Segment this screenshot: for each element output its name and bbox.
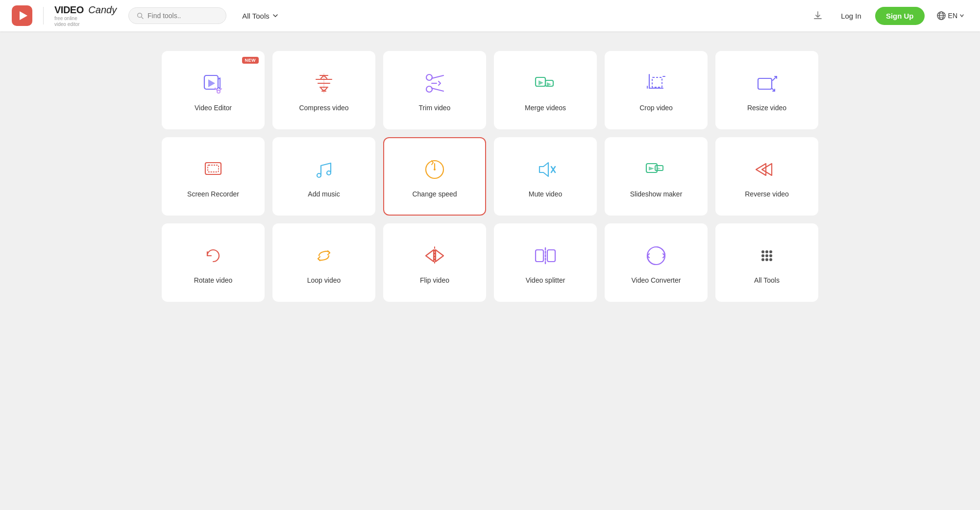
logo-candy-text: Candy: [88, 4, 117, 16]
svg-point-26: [317, 173, 321, 177]
tool-card-mute-video[interactable]: Mute video: [494, 137, 597, 216]
tool-card-video-editor[interactable]: NEW Video Editor: [162, 51, 265, 129]
tool-card-trim-video[interactable]: Trim video: [383, 51, 486, 129]
search-box[interactable]: [128, 7, 226, 24]
tool-label: Add music: [308, 190, 340, 198]
tool-card-loop-video[interactable]: Loop video: [272, 223, 375, 302]
merge-icon: [533, 71, 558, 96]
reverse-icon: [754, 157, 780, 182]
tool-label: Video Converter: [632, 276, 681, 284]
svg-point-55: [769, 258, 772, 261]
signup-button[interactable]: Sign Up: [875, 7, 925, 25]
svg-line-16: [432, 88, 443, 91]
svg-point-53: [761, 258, 764, 261]
tool-card-compress-video[interactable]: Compress video: [272, 51, 375, 129]
tool-label: Compress video: [299, 104, 348, 112]
screen-recorder-icon: [200, 157, 226, 182]
splitter-icon: [533, 243, 558, 268]
svg-marker-41: [426, 250, 434, 262]
svg-point-27: [327, 171, 331, 175]
tool-card-merge-videos[interactable]: Merge videos: [494, 51, 597, 129]
login-button[interactable]: Log In: [835, 8, 867, 24]
tool-label: Flip video: [420, 276, 449, 284]
download-icon: [812, 10, 823, 21]
tools-grid: NEW Video Editor Compress video Trim vid…: [162, 51, 818, 302]
tool-label: Video splitter: [526, 276, 565, 284]
svg-line-3: [142, 17, 143, 19]
search-input[interactable]: [147, 12, 218, 20]
svg-rect-20: [545, 80, 553, 86]
tool-label: Video Editor: [195, 104, 232, 112]
tool-label: Resize video: [747, 104, 786, 112]
trim-icon: [422, 71, 447, 96]
svg-marker-10: [208, 79, 215, 87]
tool-label: Reverse video: [745, 190, 789, 198]
new-badge: NEW: [242, 57, 259, 64]
tool-card-crop-video[interactable]: Crop video: [605, 51, 708, 129]
logo-video-text: VIDEO: [54, 4, 84, 16]
converter-icon: [643, 243, 669, 268]
add-music-icon: [311, 157, 337, 182]
tool-card-slideshow-maker[interactable]: Slideshow maker: [605, 137, 708, 216]
tool-card-add-music[interactable]: Add music: [272, 137, 375, 216]
lang-label: EN: [948, 12, 957, 20]
search-icon: [137, 12, 144, 20]
tool-label: Change speed: [412, 190, 457, 198]
svg-point-49: [769, 250, 772, 253]
flip-icon: [422, 243, 447, 268]
chevron-down-icon-lang: [959, 13, 964, 18]
tool-card-screen-recorder[interactable]: Screen Recorder: [162, 137, 265, 216]
logo-sub-text: free onlinevideo editor: [54, 16, 117, 27]
tool-card-video-splitter[interactable]: Video splitter: [494, 223, 597, 302]
chevron-down-icon: [272, 13, 278, 19]
mute-icon: [533, 157, 558, 182]
svg-marker-21: [547, 82, 551, 86]
main-content: NEW Video Editor Compress video Trim vid…: [122, 31, 858, 321]
tool-label: Slideshow maker: [630, 190, 683, 198]
rotate-icon: [200, 243, 226, 268]
logo-icon: [12, 5, 32, 26]
resize-icon: [754, 71, 780, 96]
tool-card-change-speed[interactable]: Change speed: [383, 137, 486, 216]
svg-marker-39: [756, 164, 766, 175]
svg-rect-25: [208, 165, 219, 172]
tool-label: Rotate video: [194, 276, 233, 284]
tool-card-video-converter[interactable]: Video Converter: [605, 223, 708, 302]
svg-rect-23: [758, 78, 772, 89]
svg-marker-19: [539, 80, 543, 85]
tool-card-rotate-video[interactable]: Rotate video: [162, 223, 265, 302]
svg-point-47: [761, 250, 764, 253]
svg-marker-35: [649, 167, 654, 170]
tool-card-reverse-video[interactable]: Reverse video: [715, 137, 818, 216]
tool-label: Screen Recorder: [187, 190, 239, 198]
tool-label: Crop video: [639, 104, 673, 112]
slideshow-icon: [643, 157, 669, 182]
svg-marker-31: [539, 163, 548, 176]
svg-rect-22: [652, 77, 662, 87]
tool-label: Merge videos: [525, 104, 566, 112]
header: VIDEO Candy free onlinevideo editor All …: [0, 0, 980, 31]
tool-card-flip-video[interactable]: Flip video: [383, 223, 486, 302]
tool-card-all-tools[interactable]: All Tools: [715, 223, 818, 302]
tool-card-resize-video[interactable]: Resize video: [715, 51, 818, 129]
change-speed-icon: [422, 157, 447, 182]
logo-divider: [43, 7, 44, 24]
svg-point-54: [765, 258, 768, 261]
all-tools-dropdown[interactable]: All Tools: [234, 8, 286, 24]
svg-point-48: [765, 250, 768, 253]
crop-icon: [643, 71, 669, 96]
svg-marker-42: [436, 250, 443, 262]
language-selector[interactable]: EN: [932, 7, 968, 24]
svg-line-15: [432, 75, 443, 78]
tool-label: Mute video: [529, 190, 562, 198]
svg-point-51: [765, 254, 768, 257]
svg-point-13: [426, 86, 432, 92]
download-button[interactable]: [808, 6, 827, 25]
compress-icon: [311, 71, 337, 96]
svg-rect-43: [536, 250, 543, 262]
all-tools-icon: [754, 243, 780, 268]
tool-label: All Tools: [754, 276, 780, 284]
all-tools-label: All Tools: [242, 12, 270, 20]
svg-marker-37: [657, 167, 661, 170]
svg-rect-44: [547, 250, 555, 262]
